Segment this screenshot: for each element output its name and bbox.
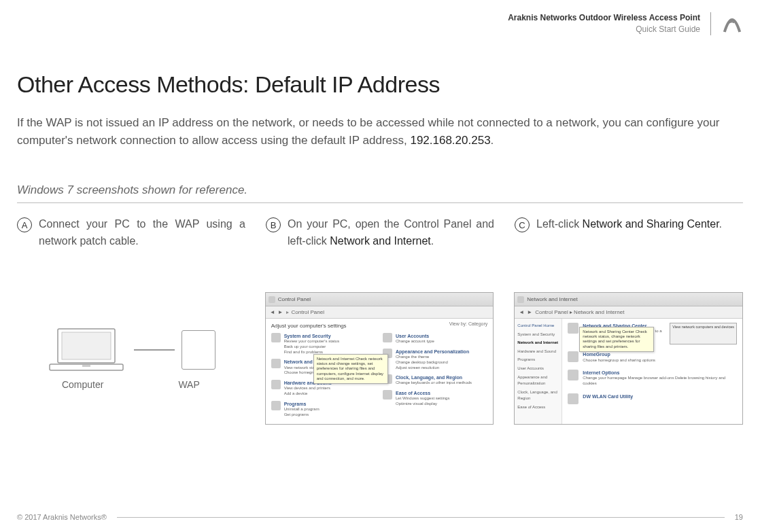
sidebar-item: Clock, Language, and Region: [517, 389, 559, 402]
computer-label: Computer: [62, 379, 103, 390]
page-number: 19: [735, 513, 743, 521]
globe-icon: [271, 359, 281, 368]
step-c-text: Left-click Network and Sharing Center.: [536, 216, 722, 250]
shield-icon: [271, 333, 281, 342]
steps-row: A Connect your PC to the WAP using a net…: [17, 216, 743, 250]
nav-fwd-icon: ►: [278, 309, 283, 315]
sidebar-item: Programs: [517, 357, 559, 363]
item-homegroup: HomeGroupChoose homegroup and sharing op…: [568, 351, 737, 363]
step-a: A Connect your PC to the WAP using a net…: [17, 216, 245, 250]
window-icon: [517, 296, 524, 303]
sidebar-item: Hardware and Sound: [517, 349, 559, 355]
user-icon: [383, 333, 392, 342]
printer-icon: [271, 380, 281, 389]
item-wlan-utility: DW WLAN Card Utility: [568, 393, 737, 404]
cable-icon: [134, 349, 175, 351]
breadcrumb-text: Control Panel ▸ Network and Internet: [535, 309, 624, 315]
diagram-a: Computer WAP: [17, 292, 245, 390]
window-title: Network and Internet: [527, 296, 577, 302]
window-icon: [269, 296, 275, 303]
sidebar-item: Appearance and Personalization: [517, 374, 559, 387]
diagrams-row: Computer WAP Control Panel ◄ ► ▸ Control…: [17, 292, 743, 425]
sidebar-home: Control Panel Home: [517, 323, 559, 330]
access-icon: [383, 390, 392, 400]
diagram-a-inner: [46, 326, 215, 374]
internet-options-icon: [568, 370, 578, 380]
programs-icon: [271, 401, 281, 410]
cat-user-accounts: User AccountsChange account type: [383, 333, 487, 344]
footer-divider: [117, 517, 725, 518]
page-title: Other Access Methods: Default IP Address: [17, 71, 440, 98]
window-addressbar: ◄ ► Control Panel ▸ Network and Internet: [515, 306, 742, 319]
diagram-a-labels: Computer WAP: [62, 379, 200, 390]
page-footer: © 2017 Araknis Networks® 19: [17, 513, 743, 521]
cat-system-security: System and SecurityReview your computer'…: [271, 333, 376, 355]
svg-point-0: [729, 19, 731, 21]
view-devices-button: View network computers and devices: [670, 323, 737, 344]
sidebar-item: Ease of Access: [517, 404, 559, 411]
intro-paragraph: If the WAP is not issued an IP address o…: [17, 114, 743, 150]
wap-icon: [182, 330, 215, 370]
window-titlebar: Control Panel: [266, 293, 494, 306]
step-c-post: .: [719, 218, 722, 230]
svg-rect-4: [82, 365, 90, 367]
sidebar-item: User Accounts: [517, 366, 559, 372]
control-panel-sidebar: Control Panel Home System and Security N…: [515, 319, 562, 424]
breadcrumb-arrow: ▸: [286, 309, 289, 315]
item-internet-options: Internet OptionsChange your homepage Man…: [568, 370, 737, 387]
intro-text-part1: If the WAP is not issued an IP address o…: [17, 116, 720, 147]
network-sharing-tooltip: Network and Sharing Center Check network…: [579, 327, 654, 352]
screenshot-network-internet: Network and Internet ◄ ► Control Panel ▸…: [514, 292, 743, 425]
step-c-pre: Left-click: [536, 218, 583, 230]
control-panel-content: Adjust your computer's settings View by:…: [266, 319, 494, 424]
step-a-letter: A: [17, 217, 32, 232]
window-title: Control Panel: [278, 296, 311, 302]
cat-appearance: Appearance and PersonalizationChange the…: [383, 349, 487, 370]
wap-label: WAP: [178, 379, 199, 390]
homegroup-icon: [568, 351, 578, 362]
window-titlebar: Network and Internet: [515, 293, 742, 306]
view-by-label: View by: Category: [449, 321, 488, 326]
step-a-text: Connect your PC to the WAP using a netwo…: [39, 216, 245, 250]
step-b-post: .: [431, 235, 434, 247]
window-body: Adjust your computer's settings View by:…: [266, 319, 494, 424]
screenshots-caption: Windows 7 screenshots shown for referenc…: [17, 183, 743, 203]
header-text: Araknis Networks Outdoor Wireless Access…: [508, 12, 711, 35]
computer-icon: [46, 326, 127, 374]
step-c-bold: Network and Sharing Center: [583, 218, 719, 230]
step-c-letter: C: [515, 217, 530, 232]
step-b: B On your PC, open the Control Panel and…: [266, 216, 494, 250]
nav-back-icon: ◄: [519, 309, 524, 315]
step-b-bold: Network and Internet: [330, 235, 431, 247]
document-header: Araknis Networks Outdoor Wireless Access…: [508, 12, 743, 35]
default-ip-address: 192.168.20.253: [410, 134, 490, 147]
header-doc-type: Quick Start Guide: [508, 24, 700, 35]
network-internet-tooltip: Network and Internet Check network statu…: [313, 354, 388, 384]
network-icon: [568, 323, 578, 334]
step-b-letter: B: [266, 217, 281, 232]
intro-text-part2: .: [491, 134, 494, 147]
nav-fwd-icon: ►: [527, 309, 532, 315]
breadcrumb-text: Control Panel: [292, 309, 324, 315]
sidebar-item: System and Security: [517, 332, 559, 338]
step-c: C Left-click Network and Sharing Center.: [515, 216, 743, 250]
category-col-right: User AccountsChange account type Appeara…: [383, 333, 487, 422]
window-body: Control Panel Home System and Security N…: [515, 319, 742, 424]
svg-rect-2: [62, 332, 111, 359]
cat-clock-language: Clock, Language, and RegionChange keyboa…: [383, 374, 487, 386]
step-b-text: On your PC, open the Control Panel and l…: [288, 216, 494, 250]
araknis-logo-icon: [721, 13, 743, 35]
network-internet-content: Network and Sharing CenterView network s…: [562, 319, 742, 424]
screenshot-control-panel: Control Panel ◄ ► ▸ Control Panel Adjust…: [265, 292, 494, 425]
copyright-text: © 2017 Araknis Networks®: [17, 513, 107, 521]
cat-ease-access: Ease of AccessLet Windows suggest settin…: [383, 390, 487, 407]
wlan-icon: [568, 393, 578, 404]
header-product-name: Araknis Networks Outdoor Wireless Access…: [508, 12, 700, 24]
sidebar-item-active: Network and Internet: [517, 340, 559, 347]
cat-programs: ProgramsUninstall a program Get programs: [271, 401, 376, 418]
nav-back-icon: ◄: [270, 309, 275, 315]
window-addressbar: ◄ ► ▸ Control Panel: [266, 306, 494, 319]
